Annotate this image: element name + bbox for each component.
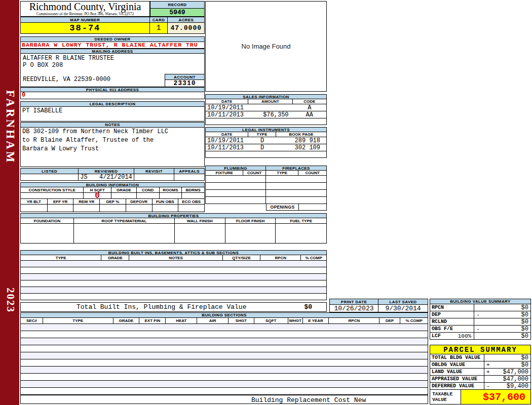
mailing-line-3: REEDVILLE, VA 22539-0000 xyxy=(23,76,110,83)
plumbing-fireplaces-row xyxy=(205,197,327,204)
building-info-row2-values xyxy=(20,205,205,212)
plumbing-fireplaces-columns: FIXTURE COUNT TYPE COUNT xyxy=(205,171,327,176)
sales-code: A xyxy=(293,104,326,111)
eff-yr-value xyxy=(48,205,74,212)
building-value-summary-title: BUILDING VALUE SUMMARY xyxy=(430,299,531,304)
notes-box: DB 302-109 from Northern Neck Timber LLC… xyxy=(20,128,205,167)
bvs-value-cell: $0 xyxy=(474,304,530,311)
notes-label: NOTES xyxy=(20,122,205,128)
li-type: D xyxy=(248,137,276,144)
sales-information-title: SALES INFORMATION xyxy=(205,94,327,99)
ps-label-cell: OBLDG VALUE xyxy=(430,361,484,368)
commissioner-line: Commissioner of the Revenue, PO Box 366,… xyxy=(21,12,149,16)
col-bdrms: BDRMS xyxy=(182,187,204,192)
building-sections-row xyxy=(20,352,428,359)
bvs-op: - xyxy=(476,312,480,318)
map-card-acres-header: MAP NUMBER CARD ACRES xyxy=(20,17,205,23)
notes-line-1: DB 302-109 from Northern Neck Timber LLC xyxy=(21,128,204,136)
reviewed-label: REVIEWED xyxy=(79,169,134,174)
li-type: D xyxy=(248,144,276,151)
col-wall-finish: WALL FINISH xyxy=(175,218,225,223)
col-fireplace-type: TYPE xyxy=(266,171,298,175)
bvs-op: - xyxy=(476,326,480,332)
bs-col-sqft: SQFT xyxy=(254,318,288,323)
ps-label: TOTAL BLDG VALUE xyxy=(432,355,480,360)
no-image-text: No Image Found xyxy=(242,43,291,50)
bvs-label: LCF xyxy=(432,333,441,339)
ps-label: DEFERRED VALUE xyxy=(432,383,474,389)
bvs-value: $0 xyxy=(521,326,528,333)
built-ins-total-row: Total Built Ins, Plumbing & Fireplace Va… xyxy=(20,302,327,312)
plumbing-fireplaces-row xyxy=(205,176,327,183)
bs-col-ext-fin: EXT FIN xyxy=(139,318,166,323)
sales-amount xyxy=(248,104,292,111)
li-col-book-page: BOOK PAGE xyxy=(276,132,326,137)
bi-col-type: TYPE xyxy=(21,255,101,260)
parcel-summary-row: LAND VALUE + $47,000 xyxy=(430,369,531,376)
col-depovr: DEPOVR xyxy=(126,199,153,204)
sales-date: 10/11/2013 xyxy=(206,111,248,118)
legal-description-value: PT ISABELLE xyxy=(20,107,205,122)
li-col-date: DATE xyxy=(206,132,248,137)
last-saved-label: LAST SAVED xyxy=(378,299,428,304)
record-number: 5949 xyxy=(150,9,205,17)
ps-label-cell: LAND VALUE xyxy=(430,369,484,375)
grade-value xyxy=(111,193,137,198)
building-sections-row xyxy=(20,367,428,374)
bvs-label-cell: RCLND xyxy=(430,318,474,325)
taxable-value-label: TAXABLE VALUE xyxy=(432,391,459,402)
bvs-label: DEP xyxy=(432,312,441,317)
bs-col-sec: SEC# xyxy=(21,318,43,323)
bvs-value-cell: - $0 xyxy=(474,326,530,332)
mailing-address-label: MAILING ADDRESS xyxy=(20,49,205,54)
bvs-row: RPCN $0 xyxy=(430,304,531,311)
building-sections-columns: SEC# TYPE GRADE EXT FIN HEAT AIR SHGT SQ… xyxy=(20,318,428,324)
bi-col-grade: GRADE xyxy=(101,255,129,260)
building-information-title: BUILDING INFORMATION xyxy=(20,182,205,187)
col-foundation: FOUNDATION xyxy=(21,218,74,223)
col-eco-obs: ECO OBS xyxy=(178,199,204,204)
li-col-type: TYPE xyxy=(248,132,276,137)
bs-col-grade: GRADE xyxy=(113,318,140,323)
map-number-value: 38-74 xyxy=(21,23,150,33)
built-ins-row xyxy=(20,274,327,280)
sales-row: 10/11/2013 $76,350 AA xyxy=(205,111,327,118)
rem-yr-value xyxy=(73,205,100,212)
legal-description-label: LEGAL DESCRIPTION xyxy=(20,101,205,107)
col-construction-style: CONSTRUCTION STYLE xyxy=(21,187,84,192)
li-date: 10/11/2013 xyxy=(206,144,248,151)
col-fixture-count: COUNT xyxy=(243,171,266,175)
bvs-label: RCLND xyxy=(432,319,447,325)
bs-col-e-year: E YEAR xyxy=(303,318,329,323)
physical-911-value: 0 xyxy=(20,92,205,99)
property-image-panel: No Image Found xyxy=(205,1,327,92)
bvs-label-cell: OBS F/E xyxy=(430,326,474,332)
sales-col-amount: AMOUNT xyxy=(248,99,292,104)
mailing-line-2: P O BOX 208 xyxy=(23,62,63,69)
legal-instruments-title: LEGAL INSTRUMENTS xyxy=(205,127,327,132)
ps-label-cell: TOTAL BLDG VALUE xyxy=(430,354,484,361)
ps-value: $9,400 xyxy=(507,383,528,390)
ps-label-cell: DEFERRED VALUE xyxy=(430,383,484,389)
fuel-type-value xyxy=(276,224,326,243)
bvs-row: DEP - $0 xyxy=(430,311,531,318)
ps-op: + xyxy=(486,362,490,368)
bi-col-rpcn: RPCN xyxy=(260,255,301,260)
parcel-summary-row: TOTAL BLDG VALUE $0 xyxy=(430,354,531,361)
property-record-card: { "sidebar": { "district": "FARNHAM", "y… xyxy=(0,0,532,405)
review-values: JS 4/21/2014 xyxy=(20,174,205,181)
deeded-owner-label: DEEDED OWNER xyxy=(20,36,205,42)
ps-op: - xyxy=(486,383,490,389)
legal-instruments-columns-header: DATE TYPE BOOK PAGE xyxy=(205,132,327,137)
ps-value-cell: - $9,400 xyxy=(484,383,530,389)
plumbing-fireplaces-row xyxy=(205,183,327,190)
revisit-value xyxy=(134,174,175,180)
col-roof-type: ROOF TYPE/MATERIAL xyxy=(74,218,175,223)
listed-value xyxy=(21,174,79,180)
mailing-line-1: ALTAFFER R BLAINE TRUSTEE xyxy=(23,55,114,62)
notes-line-2: to R Blaine Altaffer, Trustee of the xyxy=(21,136,204,145)
sales-empty-row xyxy=(205,118,327,125)
bvs-label: OBS F/E xyxy=(432,326,453,332)
ps-label: LAND VALUE xyxy=(432,369,462,375)
record-label: RECORD xyxy=(150,1,205,9)
